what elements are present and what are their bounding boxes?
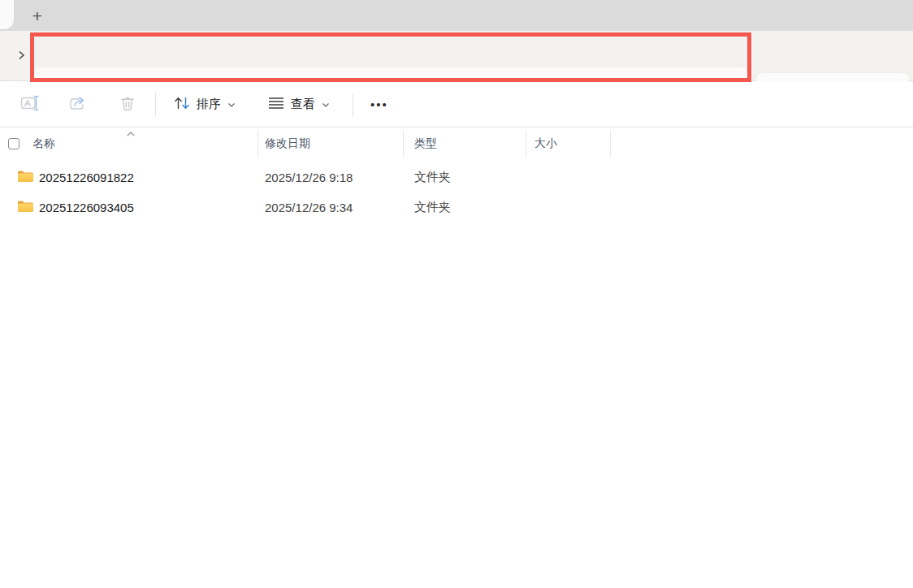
sort-arrows-icon [174, 96, 190, 113]
tab-bar: + [0, 0, 913, 31]
table-row[interactable]: 20251226093405 2025/12/26 9:34 文件夹 [0, 192, 913, 223]
rename-icon [20, 95, 40, 114]
toolbar-divider [353, 93, 353, 116]
delete-button[interactable] [111, 89, 144, 121]
column-header-type[interactable]: 类型 [404, 130, 526, 158]
column-header-spacer [611, 130, 913, 158]
sort-label: 排序 [197, 97, 221, 112]
new-tab-button[interactable]: + [27, 6, 48, 26]
file-type: 文件夹 [404, 170, 526, 185]
column-header-name[interactable]: 名称 [0, 130, 258, 158]
view-button[interactable]: 查看 [262, 89, 336, 121]
select-all-checkbox[interactable] [8, 138, 19, 149]
chevron-down-icon [227, 98, 236, 110]
active-tab-stub[interactable] [0, 0, 14, 29]
sort-button[interactable]: 排序 [167, 89, 242, 121]
trash-icon [119, 95, 136, 114]
column-header-label: 类型 [414, 136, 437, 151]
toolbar-divider [155, 93, 156, 116]
chevron-down-icon [322, 98, 330, 110]
column-header-label: 修改日期 [265, 136, 310, 151]
nav-forward-button[interactable] [11, 45, 31, 67]
column-header-row: 名称 修改日期 类型 大小 [0, 128, 913, 159]
file-list: 20251226091822 2025/12/26 9:18 文件夹 20251… [0, 162, 913, 223]
ellipsis-icon: ••• [370, 97, 388, 111]
file-type: 文件夹 [404, 200, 526, 215]
table-row[interactable]: 20251226091822 2025/12/26 9:18 文件夹 [0, 162, 913, 192]
rename-button[interactable] [14, 89, 46, 121]
file-modified: 2025/12/26 9:34 [258, 201, 404, 214]
folder-icon [17, 170, 33, 185]
column-header-size[interactable]: 大小 [526, 130, 611, 158]
toolbar: 排序 查看 ••• [0, 82, 913, 128]
file-name: 20251226091822 [39, 171, 134, 184]
view-label: 查看 [291, 97, 315, 112]
file-modified: 2025/12/26 9:18 [258, 171, 404, 184]
column-header-label: 大小 [534, 136, 557, 151]
chevron-right-icon [17, 50, 26, 63]
address-row: 此电脑 本地磁盘 (C:) 用户 user KazoVision ULTRASC… [0, 31, 913, 81]
folder-icon [17, 200, 33, 215]
share-button[interactable] [63, 89, 95, 121]
file-list-empty-area [0, 223, 913, 588]
more-options-button[interactable]: ••• [363, 89, 396, 121]
file-name: 20251226093405 [39, 201, 134, 214]
column-header-label: 名称 [32, 136, 55, 151]
share-icon [69, 95, 89, 114]
column-header-modified[interactable]: 修改日期 [258, 130, 404, 158]
sort-ascending-icon [126, 127, 136, 140]
view-lines-icon [268, 97, 284, 112]
